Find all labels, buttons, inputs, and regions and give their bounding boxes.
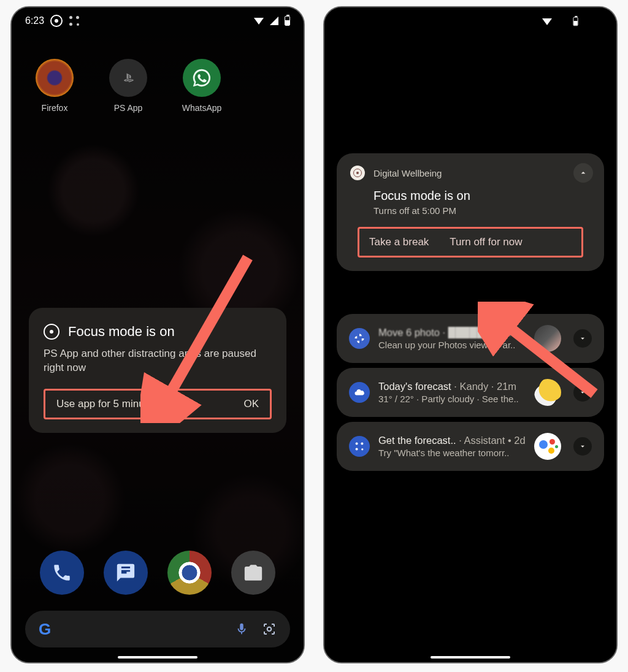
app-label: WhatsApp bbox=[182, 103, 222, 113]
expand-button[interactable] bbox=[573, 437, 592, 456]
dock-chrome[interactable] bbox=[167, 551, 212, 595]
wellbeing-avatar-icon bbox=[350, 166, 365, 180]
svg-line-0 bbox=[162, 258, 248, 408]
notification-title: Focus mode is on bbox=[373, 189, 591, 203]
google-logo-icon: G bbox=[39, 620, 51, 639]
assistant-icon bbox=[349, 436, 370, 457]
focus-mode-notification[interactable]: Digital Wellbeing Focus mode is on Turns… bbox=[337, 153, 604, 271]
home-app-row: Firefox PS App WhatsApp bbox=[12, 29, 304, 113]
dock-camera[interactable] bbox=[231, 551, 275, 595]
turn-off-button[interactable]: Turn off for now bbox=[450, 236, 522, 248]
signal-icon bbox=[270, 17, 278, 25]
annotation-arrow bbox=[140, 245, 263, 423]
notification-subtitle: Turns off at 5:00 PM bbox=[373, 205, 591, 216]
wifi-icon bbox=[254, 18, 264, 25]
weather-icon bbox=[349, 382, 370, 403]
whatsapp-icon bbox=[183, 59, 221, 97]
battery-icon bbox=[285, 16, 290, 26]
dock-messages[interactable] bbox=[104, 551, 148, 595]
notification-text: Try "What's the weather tomorr.. bbox=[378, 448, 526, 458]
search-bar[interactable]: G bbox=[25, 611, 290, 647]
svg-line-4 bbox=[496, 317, 594, 394]
app-firefox[interactable]: Firefox bbox=[30, 59, 79, 113]
nav-home-indicator[interactable] bbox=[118, 656, 197, 659]
take-break-button[interactable]: Take a break bbox=[369, 236, 429, 248]
status-bar: 6:23 bbox=[12, 7, 304, 29]
phone-right-shade: 8:40 Mon, Jun 13 38% Internet › Bluetoot… bbox=[323, 6, 618, 663]
dock-phone[interactable] bbox=[40, 551, 84, 595]
firefox-icon bbox=[36, 59, 74, 97]
home-dock bbox=[12, 551, 304, 595]
mic-icon[interactable] bbox=[235, 622, 248, 636]
battery-icon bbox=[573, 17, 578, 26]
photos-icon bbox=[349, 328, 370, 349]
notification-actions-highlight: Take a break Turn off for now bbox=[358, 227, 583, 258]
playstation-icon bbox=[109, 59, 147, 97]
collapse-button[interactable] bbox=[573, 163, 593, 183]
svg-point-1 bbox=[267, 627, 272, 632]
assistant-icon bbox=[69, 15, 80, 26]
app-whatsapp[interactable]: WhatsApp bbox=[177, 59, 226, 113]
notification-app-name: Digital Wellbeing bbox=[373, 168, 442, 178]
wellbeing-icon bbox=[44, 324, 59, 340]
lens-icon[interactable] bbox=[262, 622, 277, 636]
status-time: 6:23 bbox=[25, 15, 44, 26]
app-label: Firefox bbox=[42, 103, 68, 113]
wifi-icon bbox=[542, 18, 552, 25]
notification-assistant[interactable]: Get the forecast.. · Assistant • 2d Try … bbox=[337, 422, 604, 471]
app-label: PS App bbox=[114, 103, 143, 113]
annotation-arrow bbox=[478, 302, 613, 406]
phone-left-home: 6:23 Firefox PS App WhatsApp bbox=[10, 6, 305, 663]
nav-home-indicator[interactable] bbox=[431, 656, 510, 659]
notification-title: Get the forecast.. · Assistant • 2d bbox=[378, 435, 526, 446]
wellbeing-status-icon bbox=[50, 15, 63, 27]
assistant-glyph-icon bbox=[534, 433, 561, 460]
app-psapp[interactable]: PS App bbox=[104, 59, 153, 113]
